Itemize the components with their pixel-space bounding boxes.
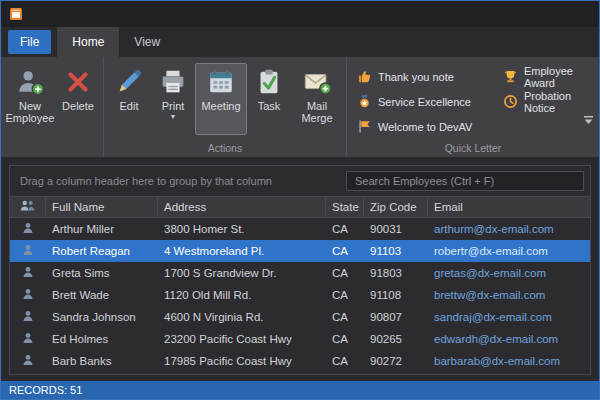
header-zip-code[interactable]: Zip Code (364, 197, 428, 217)
actions-group-label: Actions (104, 141, 346, 157)
cell-full-name: Brett Wade (46, 284, 158, 306)
ribbon-group-records: New Employee Delete (1, 57, 104, 157)
cell-zip-code: 90265 (364, 328, 428, 350)
edit-button[interactable]: Edit (107, 63, 151, 135)
app-window: File Home View New Employee (0, 0, 600, 400)
grid-header: Full Name Address State Zip Code Email (10, 196, 590, 218)
clipboard-check-icon (254, 67, 284, 97)
delete-icon (63, 67, 93, 97)
person-icon (22, 310, 34, 324)
service-excellence-label: Service Excellence (378, 96, 471, 108)
quick-letter-group-label: Quick Letter (347, 141, 599, 157)
employee-award-label: Employee Award (524, 65, 593, 89)
cell-state: CA (326, 284, 364, 306)
header-icon-column[interactable] (10, 197, 46, 217)
table-row[interactable]: Ed Holmes 23200 Pacific Coast Hwy CA 902… (10, 328, 590, 350)
ribbon: New Employee Delete (1, 57, 599, 157)
welcome-to-devav-button[interactable]: Welcome to DevAV (353, 114, 499, 139)
calendar-icon (206, 67, 236, 97)
cell-email[interactable]: gretas@dx-email.com (428, 262, 590, 284)
ribbon-group-quick-letter: Thank you note Employee Award (347, 57, 599, 157)
printer-icon (158, 67, 188, 97)
cell-email[interactable]: arthurm@dx-email.com (428, 218, 590, 240)
person-icon (22, 288, 34, 302)
task-label: Task (258, 100, 281, 112)
table-row[interactable]: Brett Wade 1120 Old Mill Rd. CA 91108 br… (10, 284, 590, 306)
status-bar: RECORDS: 51 (1, 381, 599, 399)
print-dropdown-arrow-icon[interactable]: ▼ (170, 113, 177, 121)
cell-email[interactable]: sandraj@dx-email.com (428, 306, 590, 328)
table-row[interactable]: Barb Banks 17985 Pacific Coast Hwy CA 90… (10, 350, 590, 372)
header-email[interactable]: Email (428, 197, 590, 217)
service-excellence-button[interactable]: Service Excellence (353, 89, 499, 114)
welcome-to-devav-label: Welcome to DevAV (378, 121, 472, 133)
cell-address: 1120 Old Mill Rd. (158, 284, 326, 306)
probation-notice-label: Probation Notice (524, 90, 593, 114)
cell-full-name: Barb Banks (46, 350, 158, 372)
header-state[interactable]: State (326, 197, 364, 217)
edit-pencil-icon (114, 67, 144, 97)
edit-label: Edit (120, 100, 139, 112)
table-row[interactable]: Robert Reagan 4 Westmoreland Pl. CA 9110… (10, 240, 590, 262)
cell-address: 3800 Homer St. (158, 218, 326, 240)
cell-zip-code: 91108 (364, 284, 428, 306)
cell-full-name: Ed Holmes (46, 328, 158, 350)
person-icon (22, 222, 34, 236)
employee-award-button[interactable]: Employee Award (499, 64, 597, 89)
cell-email[interactable]: edwardh@dx-email.com (428, 328, 590, 350)
cell-address: 1700 S Grandview Dr. (158, 262, 326, 284)
new-employee-icon (15, 67, 45, 97)
print-button[interactable]: Print ▼ (151, 63, 195, 135)
cell-zip-code: 90807 (364, 306, 428, 328)
trophy-icon (503, 69, 518, 84)
cell-full-name: Robert Reagan (46, 240, 158, 262)
thank-you-note-button[interactable]: Thank you note (353, 64, 499, 89)
person-icon (22, 332, 34, 346)
table-row[interactable]: Arthur Miller 3800 Homer St. CA 90031 ar… (10, 218, 590, 240)
group-by-hint[interactable]: Drag a column header here to group by th… (20, 175, 272, 187)
records-count: RECORDS: 51 (9, 384, 82, 396)
search-input[interactable] (346, 171, 584, 191)
cell-state: CA (326, 240, 364, 262)
tab-view[interactable]: View (119, 27, 175, 57)
cell-state: CA (326, 218, 364, 240)
flag-icon (357, 119, 372, 134)
cell-state: CA (326, 328, 364, 350)
cell-full-name: Arthur Miller (46, 218, 158, 240)
group-by-panel: Drag a column header here to group by th… (10, 166, 590, 196)
ribbon-more-icon[interactable] (583, 115, 594, 125)
meeting-label: Meeting (201, 100, 240, 112)
cell-address: 4600 N Virginia Rd. (158, 306, 326, 328)
cell-state: CA (326, 306, 364, 328)
cell-email[interactable]: robertr@dx-email.com (428, 240, 590, 262)
title-bar[interactable] (1, 1, 599, 27)
cell-email[interactable]: barbarab@dx-email.com (428, 350, 590, 372)
tab-home[interactable]: Home (57, 27, 119, 57)
cell-zip-code: 91103 (364, 240, 428, 262)
probation-notice-button[interactable]: Probation Notice (499, 89, 597, 114)
person-icon (22, 244, 34, 258)
cell-zip-code: 90272 (364, 350, 428, 372)
table-row[interactable]: Sandra Johnson 4600 N Virginia Rd. CA 90… (10, 306, 590, 328)
meeting-button[interactable]: Meeting (195, 63, 247, 135)
medal-star-icon (357, 94, 372, 109)
cell-full-name: Greta Sims (46, 262, 158, 284)
mail-merge-button[interactable]: Mail Merge (291, 63, 343, 135)
header-full-name[interactable]: Full Name (46, 197, 158, 217)
records-group-label (1, 141, 103, 157)
delete-button[interactable]: Delete (56, 63, 100, 135)
table-body: Arthur Miller 3800 Homer St. CA 90031 ar… (10, 218, 590, 374)
task-button[interactable]: Task (247, 63, 291, 135)
ribbon-group-actions: Edit Print ▼ (104, 57, 347, 157)
new-employee-button[interactable]: New Employee (4, 63, 56, 135)
cell-zip-code: 91803 (364, 262, 428, 284)
cell-state: CA (326, 262, 364, 284)
clock-icon (503, 94, 518, 109)
thumbs-up-icon (357, 69, 372, 84)
cell-email[interactable]: brettw@dx-email.com (428, 284, 590, 306)
table-row[interactable]: Greta Sims 1700 S Grandview Dr. CA 91803… (10, 262, 590, 284)
header-address[interactable]: Address (158, 197, 326, 217)
cell-address: 4 Westmoreland Pl. (158, 240, 326, 262)
print-label: Print (162, 100, 185, 112)
file-button[interactable]: File (8, 30, 51, 54)
